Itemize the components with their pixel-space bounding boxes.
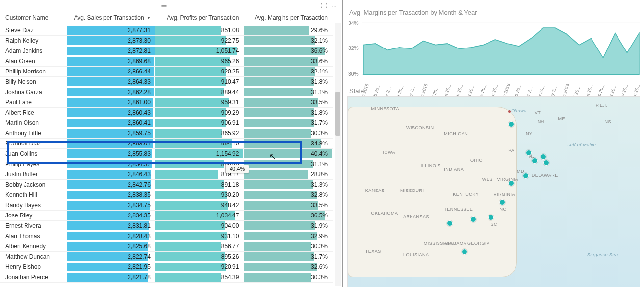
map-data-point[interactable] [470,216,476,222]
cell-sales: 2,866.44 [128,68,155,75]
map-region-label: GEORGIA [467,241,490,246]
col-avg-profits[interactable]: Avg. Profits per Transaction [155,11,244,25]
table-row[interactable]: Ralph Kelley 2,873.30 922.75 32.1% [0,36,333,46]
table-row[interactable]: Phillip Hayes 2,854.37 888.46 31.1% [0,159,333,169]
cell-profits: 965.26 [221,58,244,65]
cell-customer-name: Alan Thomas [0,231,67,241]
map-data-point[interactable] [532,158,538,164]
cell-margins: 30.3% [311,243,333,250]
cell-customer-name: Ernest Rivera [0,221,67,231]
cell-margins: 32.9% [311,233,333,239]
table-row[interactable]: Joshua Garza 2,862.28 889.44 31.1% [0,87,333,97]
cell-profits: 856.77 [221,243,244,250]
table-row[interactable]: Brandon Diaz 2,858.01 994.10 34.8% [0,139,333,149]
table-row[interactable]: Kenneth Hill 2,838.35 930.20 32.8% [0,190,333,200]
cell-sales: 2,822.74 [128,253,155,260]
map-region-label: NC [499,207,506,212]
cell-margins: 28.8% [311,171,333,178]
map-region-label: P.E.I. [596,103,608,108]
table-row[interactable]: Ernest Rivera 2,831.81 904.00 31.9% [0,221,333,231]
table-visual[interactable]: ═ ⛶ ··· Customer Name Avg. Sales per Tra… [0,0,343,287]
cell-customer-name: Steve Diaz [0,25,67,35]
cell-sales: 2,864.33 [128,78,155,85]
cell-margins: 31.9% [311,222,333,229]
cell-customer-name: Randy Hayes [0,200,67,210]
svg-text:32%: 32% [348,45,359,51]
cell-profits: 909.29 [221,109,244,116]
cell-margins: 40.4% [311,150,333,157]
col-customer-name[interactable]: Customer Name [0,11,67,25]
cell-profits: 891.18 [221,181,244,188]
map-region-label: ILLINOIS [421,163,441,168]
map-data-point[interactable] [523,173,529,179]
cell-margins: 32.8% [311,191,333,198]
map-data-point[interactable] [447,220,453,226]
map-data-point[interactable] [462,249,467,255]
map-region-label: WISCONSIN [406,125,434,130]
table-row[interactable]: Anthony Little 2,859.75 865.92 30.3% [0,128,333,139]
table-row[interactable]: Billy Nelson 2,864.33 910.47 31.8% [0,77,333,87]
cell-profits: 922.75 [221,37,244,44]
table-row[interactable]: Phillip Morrison 2,866.44 920.25 32.1% [0,67,333,77]
cell-sales: 2,872.81 [128,48,155,54]
sort-desc-icon: ▼ [147,16,151,20]
map-region-label: MINNESOTA [371,106,399,111]
cell-profits: 904.00 [221,222,244,229]
map-region-label: ARKANSAS [403,215,429,219]
map-data-point[interactable] [543,160,549,166]
cell-margins: 30.3% [311,274,333,281]
focus-mode-icon[interactable]: ⛶ [321,2,327,9]
map-region-label: ME [558,116,565,121]
cell-margins: 29.6% [311,27,333,34]
cell-profits: 994.10 [221,140,244,147]
cell-sales: 2,860.43 [128,109,155,116]
cell-margins: 30.3% [311,130,333,137]
cell-margins: 33.5% [311,99,333,106]
cell-sales: 2,858.01 [128,140,155,147]
map-region-label: ALABAMA [444,241,466,246]
cell-sales: 2,834.75 [128,202,155,209]
table-row[interactable]: Jose Riley 2,834.35 1,034.47 36.5% [0,211,333,221]
map-data-point[interactable] [541,154,546,160]
vertical-scrollbar[interactable] [335,23,341,286]
table-row[interactable]: Justin Butler 2,846.43 819.17 28.8% [0,169,333,180]
state-map-visual[interactable]: MINNESOTAWISCONSINMICHIGANIOWAILLINOISIN… [347,96,640,287]
cell-sales: 2,821.95 [128,263,155,270]
map-region-label: MICHIGAN [444,131,468,136]
map-region-label: KENTUCKY [453,192,479,197]
table-row[interactable]: Randy Hayes 2,834.75 948.42 33.5% [0,200,333,211]
table-row[interactable]: Jonathan Pierce 2,821.78 854.39 30.3% [0,272,333,283]
cell-customer-name: Jose Riley [0,211,67,220]
cell-profits: 948.42 [221,202,244,209]
map-region-label: PA [508,148,514,153]
table-row[interactable]: Alan Thomas 2,828.43 931.10 32.9% [0,231,333,241]
cell-sales: 2,838.35 [128,191,155,198]
table-row[interactable]: Martin Olson 2,860.41 906.91 31.7% [0,118,333,128]
drag-handle-icon[interactable]: ═ [162,2,166,10]
cell-sales: 2,834.35 [128,212,155,219]
cell-sales: 2,825.68 [128,243,155,250]
table-row[interactable]: Matthew Duncan 2,822.74 895.26 31.7% [0,252,333,262]
cell-sales: 2,821.78 [128,274,155,281]
cell-customer-name: Phillip Hayes [0,159,67,169]
scrollbar-thumb[interactable] [335,92,340,136]
table-row[interactable]: Bobby Jackson 2,842.76 891.18 31.3% [0,180,333,190]
svg-text:30%: 30% [348,71,359,77]
col-avg-margins[interactable]: Avg. Margins per Trasaction [244,11,333,25]
table-row[interactable]: Juan Collins 2,855.83 1,154.92 40.4% [0,149,333,159]
more-options-icon[interactable]: ··· [332,2,336,9]
table-row[interactable]: Paul Lane 2,861.00 959.31 33.5% [0,97,333,108]
cell-customer-name: Matthew Duncan [0,252,67,262]
cell-customer-name: Juan Collins [0,149,67,159]
table-row[interactable]: Alan Green 2,869.68 965.26 33.6% [0,56,333,67]
area-chart-visual[interactable]: Avg. Margins per Trasaction by Month & Y… [347,0,640,83]
col-avg-sales[interactable]: Avg. Sales per Transaction ▼ [67,11,155,25]
table-row[interactable]: Steve Diaz 2,877.31 851.08 29.6% [0,25,333,36]
table-row[interactable]: Henry Bishop 2,821.95 920.91 32.6% [0,262,333,272]
cell-profits: 865.92 [221,130,244,137]
table-row[interactable]: Albert Kennedy 2,825.68 856.77 30.3% [0,241,333,252]
table-row[interactable]: Adam Jenkins 2,872.81 1,051.74 36.6% [0,46,333,56]
cell-margins: 36.5% [311,212,333,219]
table-row[interactable]: Albert Rice 2,860.43 909.29 31.8% [0,108,333,118]
map-data-point[interactable] [488,215,494,220]
